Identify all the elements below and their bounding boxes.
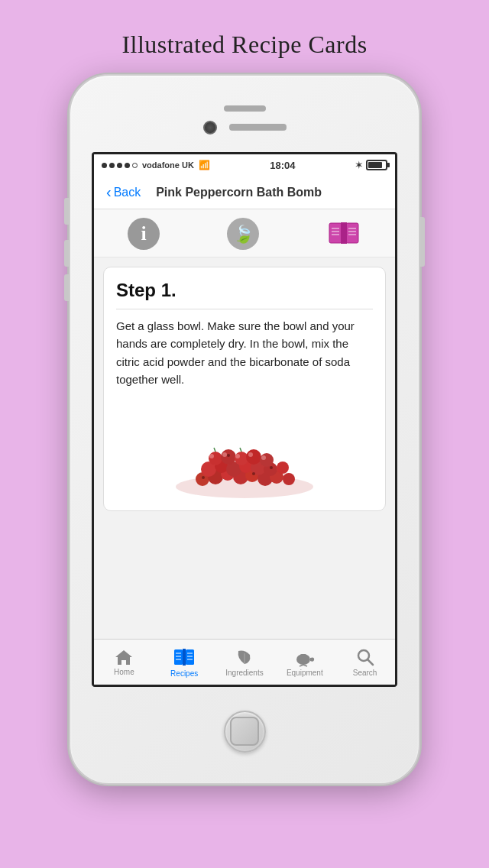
- bottom-tab-bar: Home Recipes: [94, 639, 395, 685]
- back-button[interactable]: ‹ Back: [106, 185, 141, 199]
- svg-point-33: [260, 453, 274, 467]
- signal-dot-2: [109, 163, 115, 168]
- svg-rect-57: [300, 654, 306, 657]
- open-book-icon: [325, 217, 362, 251]
- phone-device: vodafone UK 📶 18:04 ✶ ‹ Back Pink Pepper…: [69, 74, 420, 785]
- battery-fill: [368, 162, 382, 168]
- svg-point-40: [252, 472, 255, 475]
- phone-bottom: [224, 687, 266, 783]
- svg-point-36: [235, 454, 240, 458]
- svg-rect-6: [341, 222, 347, 244]
- signal-dot-1: [102, 163, 107, 168]
- svg-point-34: [209, 454, 214, 458]
- svg-point-35: [222, 452, 227, 457]
- tab-search-label: Search: [353, 669, 377, 677]
- svg-point-38: [261, 455, 266, 460]
- status-bar: vodafone UK 📶 18:04 ✶: [94, 154, 395, 176]
- svg-line-43: [214, 448, 215, 452]
- home-icon: [114, 648, 134, 666]
- signal-dot-4: [125, 163, 130, 168]
- svg-point-28: [277, 462, 289, 474]
- search-icon: [355, 647, 375, 667]
- icon-tabs-bar: i 🍃: [94, 209, 395, 257]
- tab-recipes-label: Recipes: [170, 669, 198, 678]
- recipe-card: Step 1. Get a glass bowl. Make sure the …: [103, 267, 386, 511]
- svg-line-59: [303, 665, 307, 666]
- svg-point-21: [283, 473, 295, 485]
- home-button[interactable]: [224, 711, 266, 753]
- earpiece: [229, 124, 287, 131]
- svg-point-32: [246, 449, 261, 465]
- svg-point-41: [270, 466, 273, 469]
- camera: [203, 121, 217, 134]
- equipment-icon: [293, 647, 316, 667]
- svg-text:i: i: [141, 222, 146, 245]
- signal-dot-3: [117, 163, 122, 168]
- tab-ingredients-label: Ingredients: [225, 669, 263, 677]
- tab-search[interactable]: Search: [342, 647, 388, 677]
- leaf-icon: 🍃: [226, 217, 260, 251]
- svg-line-58: [300, 665, 303, 666]
- tab-home[interactable]: Home: [101, 648, 147, 676]
- tab-ingredients[interactable]: Ingredients: [222, 647, 267, 677]
- svg-point-42: [227, 454, 230, 457]
- back-chevron-icon: ‹: [106, 184, 112, 199]
- tab-recipes[interactable]: Recipes: [161, 646, 207, 678]
- svg-rect-5: [346, 223, 358, 243]
- bluetooth-icon: ✶: [355, 160, 362, 170]
- svg-point-37: [248, 452, 253, 457]
- svg-text:🍃: 🍃: [233, 224, 254, 245]
- step-title: Step 1.: [116, 280, 373, 309]
- phone-top-bar: [70, 76, 419, 152]
- info-circle-icon: i: [127, 217, 160, 251]
- nav-bar: ‹ Back Pink Peppercorn Bath Bomb: [94, 176, 395, 209]
- svg-rect-48: [183, 649, 186, 666]
- ingredients-icon: [235, 647, 254, 667]
- content-area: Step 1. Get a glass bowl. Make sure the …: [94, 257, 395, 639]
- svg-rect-46: [174, 649, 183, 665]
- back-label: Back: [114, 186, 141, 199]
- nav-title: Pink Peppercorn Bath Bomb: [141, 186, 337, 199]
- carrier-label: vodafone UK: [142, 160, 194, 170]
- peppercorns-image: [160, 414, 329, 498]
- recipes-icon: [173, 646, 196, 668]
- step-text: Get a glass bowl. Make sure the bowl and…: [116, 317, 373, 388]
- info-tab-button[interactable]: i: [127, 217, 160, 251]
- app-title: Illustrated Recipe Cards: [121, 31, 367, 59]
- tab-equipment[interactable]: Equipment: [282, 647, 328, 677]
- svg-line-44: [240, 448, 241, 452]
- svg-rect-4: [329, 223, 342, 243]
- status-time: 18:04: [270, 160, 295, 171]
- book-tab-button[interactable]: [325, 217, 362, 251]
- svg-line-61: [368, 659, 373, 665]
- home-button-inner: [230, 717, 259, 746]
- leaf-tab-button[interactable]: 🍃: [226, 217, 260, 251]
- tab-equipment-label: Equipment: [287, 669, 323, 677]
- battery-icon: [366, 160, 387, 170]
- signal-dot-5: [132, 163, 138, 168]
- speaker: [224, 105, 266, 112]
- recipe-image-area: [116, 399, 373, 498]
- tab-home-label: Home: [114, 668, 134, 676]
- svg-point-29: [209, 452, 222, 465]
- svg-rect-47: [186, 649, 194, 665]
- svg-marker-45: [115, 650, 132, 665]
- svg-point-39: [202, 476, 205, 479]
- phone-screen: vodafone UK 📶 18:04 ✶ ‹ Back Pink Pepper…: [92, 152, 397, 687]
- wifi-icon: 📶: [199, 160, 210, 170]
